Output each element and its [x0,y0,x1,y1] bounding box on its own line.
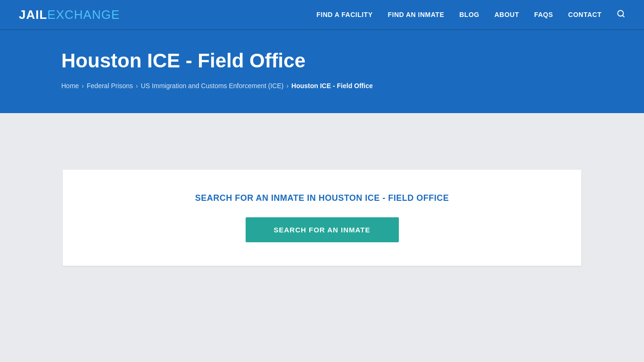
search-card: SEARCH FOR AN INMATE IN HOUSTON ICE - FI… [63,170,581,266]
svg-line-1 [622,15,624,16]
logo-jail: JAIL [19,8,47,22]
breadcrumb-ice[interactable]: US Immigration and Customs Enforcement (… [141,82,284,90]
breadcrumb-chevron-2: › [136,82,138,90]
main-content: SEARCH FOR AN INMATE IN HOUSTON ICE - FI… [0,113,644,302]
logo[interactable]: JAILEXCHANGE [19,8,120,22]
search-for-inmate-button[interactable]: SEARCH FOR AN INMATE [246,217,399,242]
search-card-title: SEARCH FOR AN INMATE IN HOUSTON ICE - FI… [195,193,449,203]
nav-contact[interactable]: CONTACT [568,11,602,18]
breadcrumb: Home › Federal Prisons › US Immigration … [61,82,583,90]
navbar: JAILEXCHANGE FIND A FACILITY FIND AN INM… [0,0,644,30]
nav-about[interactable]: ABOUT [495,11,519,18]
breadcrumb-current: Houston ICE - Field Office [291,82,373,90]
nav-links: FIND A FACILITY FIND AN INMATE BLOG ABOU… [316,9,625,20]
search-icon[interactable] [617,9,625,20]
nav-faqs[interactable]: FAQs [534,11,553,18]
nav-find-facility[interactable]: FIND A FACILITY [316,11,372,18]
breadcrumb-federal-prisons[interactable]: Federal Prisons [87,82,133,90]
breadcrumb-chevron-3: › [286,82,289,90]
page-title: Houston ICE - Field Office [61,49,583,73]
breadcrumb-home[interactable]: Home [61,82,79,90]
nav-find-inmate[interactable]: FIND AN INMATE [388,11,444,18]
logo-exchange: EXCHANGE [47,8,120,22]
breadcrumb-chevron-1: › [82,82,84,90]
nav-blog[interactable]: BLOG [459,11,479,18]
hero-section: Houston ICE - Field Office Home › Federa… [0,30,644,113]
